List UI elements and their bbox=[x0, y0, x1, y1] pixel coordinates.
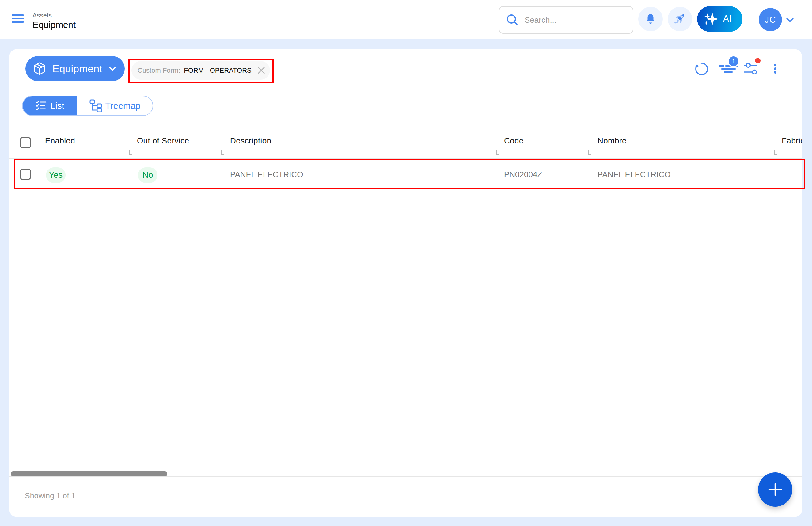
whats-new-button[interactable] bbox=[668, 7, 692, 31]
column-header-enabled[interactable]: Enabled bbox=[45, 136, 75, 146]
treemap-icon bbox=[89, 99, 102, 112]
user-menu-chevron-icon[interactable] bbox=[786, 17, 794, 23]
column-header-fabric[interactable]: Fabric bbox=[782, 136, 802, 146]
content-card: Equipment Custom Form: FORM - OPERATORS … bbox=[9, 49, 802, 517]
settings-sliders-icon[interactable] bbox=[744, 63, 757, 74]
avatar[interactable]: JC bbox=[759, 8, 782, 31]
view-toggle: List Treemap bbox=[22, 96, 153, 116]
search-box[interactable] bbox=[499, 6, 633, 34]
menu-icon[interactable] bbox=[12, 14, 24, 23]
column-resize-handle[interactable] bbox=[221, 150, 224, 155]
column-resize-handle[interactable] bbox=[774, 150, 777, 155]
select-all-checkbox[interactable] bbox=[19, 137, 31, 148]
column-resize-handle[interactable] bbox=[129, 150, 132, 155]
horizontal-scrollbar-track bbox=[9, 477, 802, 477]
column-header-code[interactable]: Code bbox=[504, 136, 524, 146]
ai-sparkle-icon bbox=[702, 11, 719, 28]
entity-selector-button[interactable]: Equipment bbox=[26, 56, 125, 81]
annotation-table-row bbox=[14, 159, 805, 189]
list-icon bbox=[35, 101, 47, 111]
entity-selector-label: Equipment bbox=[53, 63, 102, 75]
top-bar: Assets Equipment bbox=[0, 0, 812, 39]
tab-treemap-label: Treemap bbox=[105, 101, 141, 111]
bell-icon bbox=[645, 13, 656, 25]
plus-icon bbox=[768, 482, 783, 497]
tab-list-label: List bbox=[50, 101, 64, 111]
search-input[interactable] bbox=[525, 15, 617, 25]
ai-button-label: AI bbox=[723, 14, 732, 25]
search-icon bbox=[506, 13, 519, 27]
entity-chevron-icon bbox=[108, 66, 116, 71]
refresh-icon[interactable] bbox=[694, 61, 709, 76]
notifications-button[interactable] bbox=[638, 7, 663, 31]
tab-list[interactable]: List bbox=[23, 96, 77, 115]
page-title: Equipment bbox=[32, 19, 76, 30]
column-header-description[interactable]: Description bbox=[230, 136, 271, 146]
settings-alert-dot bbox=[755, 58, 760, 63]
rocket-icon bbox=[673, 12, 687, 26]
column-header-nombre[interactable]: Nombre bbox=[597, 136, 627, 146]
header-divider bbox=[753, 6, 753, 32]
app: Assets Equipment bbox=[0, 0, 812, 526]
tab-treemap[interactable]: Treemap bbox=[77, 96, 153, 115]
filter-count-badge: 1 bbox=[728, 56, 739, 67]
avatar-initials: JC bbox=[765, 15, 776, 25]
column-header-out-of-service[interactable]: Out of Service bbox=[137, 136, 189, 146]
more-options-button[interactable] bbox=[774, 64, 777, 75]
annotation-filter-chip bbox=[128, 59, 274, 83]
column-resize-handle[interactable] bbox=[588, 150, 591, 155]
ai-button[interactable]: AI bbox=[697, 6, 742, 32]
breadcrumb: Assets bbox=[32, 12, 52, 19]
add-button[interactable] bbox=[758, 472, 793, 507]
horizontal-scrollbar-thumb[interactable] bbox=[11, 471, 167, 477]
column-resize-handle[interactable] bbox=[496, 150, 499, 155]
showing-count: Showing 1 of 1 bbox=[25, 492, 75, 500]
package-icon bbox=[33, 62, 46, 75]
